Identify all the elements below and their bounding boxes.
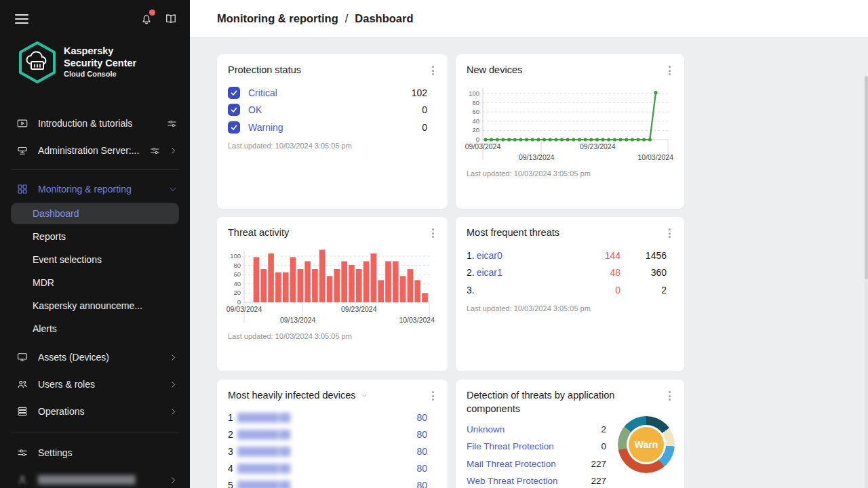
sidebar-item-label: Reports bbox=[33, 231, 66, 242]
sidebar-item-reports[interactable]: Reports bbox=[11, 226, 179, 247]
logo-title-line1: Kaspersky bbox=[64, 45, 136, 58]
sidebar-item-administration-server[interactable]: Administration Server:... bbox=[0, 138, 190, 163]
stack-icon bbox=[16, 405, 28, 418]
status-link[interactable]: Warning bbox=[248, 122, 283, 133]
last-updated: Last updated: 10/03/2024 3:05:05 pm bbox=[467, 304, 673, 312]
checkbox-checked[interactable] bbox=[228, 104, 240, 116]
sidebar-item-operations[interactable]: Operations bbox=[0, 398, 190, 425]
status-row-critical: Critical 102 bbox=[228, 84, 437, 102]
device-name-redacted[interactable]: ████████ ██ bbox=[237, 447, 290, 456]
threat-active-count: 0 bbox=[580, 285, 620, 296]
sidebar-item-label: Settings bbox=[38, 447, 178, 458]
title-dropdown-chevron-icon[interactable] bbox=[361, 390, 368, 402]
sidebar-item-dashboard[interactable]: Dashboard bbox=[11, 203, 179, 224]
account-name-redacted: ███████████████████ bbox=[38, 475, 169, 485]
last-updated: Last updated: 10/03/2024 3:05:05 pm bbox=[228, 332, 437, 340]
device-threat-count[interactable]: 80 bbox=[416, 463, 427, 474]
people-icon bbox=[16, 378, 28, 390]
kebab-menu-icon[interactable] bbox=[666, 389, 673, 403]
svg-text:40: 40 bbox=[472, 117, 479, 125]
device-threat-count[interactable]: 80 bbox=[416, 429, 427, 440]
card-title: Detection of threats by application comp… bbox=[467, 389, 636, 415]
sidebar-item-settings[interactable]: Settings bbox=[0, 439, 190, 466]
sidebar-item-mdr[interactable]: MDR bbox=[11, 272, 179, 293]
donut-ring[interactable]: Warn bbox=[618, 416, 675, 473]
svg-text:09/13/2024: 09/13/2024 bbox=[519, 153, 555, 161]
sidebar-item-assets-devices[interactable]: Assets (Devices) bbox=[0, 344, 190, 371]
status-link[interactable]: Critical bbox=[248, 87, 277, 98]
checkbox-checked[interactable] bbox=[228, 87, 240, 99]
threat-total-count: 360 bbox=[620, 267, 667, 278]
notifications-button[interactable] bbox=[140, 12, 153, 26]
status-value: 0 bbox=[422, 122, 427, 133]
device-name-redacted[interactable]: ████████ ██ bbox=[237, 430, 290, 439]
component-link[interactable]: Unknown bbox=[467, 424, 505, 434]
component-count: 2 bbox=[601, 424, 606, 434]
menu-icon[interactable] bbox=[15, 14, 28, 24]
app-logo: Kaspersky Security Center Cloud Console bbox=[0, 41, 190, 84]
chevron-right-icon bbox=[169, 476, 178, 485]
breadcrumb-section[interactable]: Monitoring & reporting bbox=[217, 12, 338, 25]
device-name-redacted[interactable]: ████████ ██ bbox=[237, 481, 290, 488]
threat-link[interactable]: eicar0 bbox=[477, 250, 502, 261]
sidebar-item-label: MDR bbox=[33, 277, 54, 288]
kebab-menu-icon[interactable] bbox=[666, 226, 673, 240]
component-row: Unknown2 bbox=[467, 421, 610, 438]
threat-active-count: 144 bbox=[580, 250, 620, 261]
sidebar-item-event-selections[interactable]: Event selections bbox=[11, 249, 179, 270]
checkbox-checked[interactable] bbox=[228, 121, 240, 134]
server-icon bbox=[16, 144, 28, 157]
chevron-right-icon bbox=[169, 380, 178, 389]
threat-rank: 2. bbox=[467, 267, 475, 278]
infected-device-row: 3████████ ██80 bbox=[228, 443, 437, 460]
dashboard-grid-icon bbox=[16, 183, 28, 195]
pin-settings-icon[interactable] bbox=[149, 145, 161, 157]
status-value: 0 bbox=[422, 104, 427, 115]
sidebar-item-label: Dashboard bbox=[33, 208, 79, 219]
status-row-ok: OK 0 bbox=[228, 102, 437, 119]
last-updated: Last updated: 10/03/2024 3:05:05 pm bbox=[467, 169, 673, 178]
sidebar-item-monitoring-reporting[interactable]: Monitoring & reporting bbox=[0, 177, 190, 201]
device-threat-count[interactable]: 80 bbox=[416, 446, 427, 457]
device-rank: 2 bbox=[228, 429, 237, 440]
documentation-button[interactable] bbox=[164, 12, 178, 26]
device-name-redacted[interactable]: ████████ ██ bbox=[237, 464, 290, 473]
scrollbar[interactable] bbox=[865, 76, 868, 488]
device-threat-count[interactable]: 80 bbox=[416, 412, 427, 423]
sidebar-item-label: Event selections bbox=[33, 254, 102, 265]
component-link[interactable]: Web Threat Protection bbox=[467, 476, 558, 486]
sidebar-item-alerts[interactable]: Alerts bbox=[11, 318, 179, 340]
status-link[interactable]: OK bbox=[248, 104, 262, 115]
infected-device-row: 2████████ ██80 bbox=[228, 426, 437, 443]
chevron-right-icon bbox=[169, 353, 178, 362]
logo-title-line2: Security Center bbox=[64, 58, 136, 70]
new-devices-line-chart: 02040608010009/03/202409/23/202409/13/20… bbox=[467, 83, 673, 168]
card-most-frequent-threats: Most frequent threats 1. eicar0 144 1456… bbox=[456, 217, 684, 371]
device-name-redacted[interactable]: ████████ ██ bbox=[237, 413, 290, 422]
sidebar-item-account[interactable]: ███████████████████ bbox=[0, 466, 190, 488]
component-link[interactable]: Mail Threat Protection bbox=[467, 459, 556, 469]
card-threat-activity: Threat activity 02040608010009/03/202409… bbox=[217, 217, 448, 371]
kebab-menu-icon[interactable] bbox=[666, 64, 673, 77]
chevron-down-icon bbox=[168, 184, 178, 194]
sidebar-item-users-roles[interactable]: Users & roles bbox=[0, 371, 190, 398]
sidebar-item-label: Monitoring & reporting bbox=[38, 184, 168, 195]
sidebar-item-introduction-tutorials[interactable]: Introduction & tutorials bbox=[0, 111, 190, 136]
component-link[interactable]: File Threat Protection bbox=[467, 441, 554, 451]
threat-link[interactable]: eicar1 bbox=[477, 267, 502, 278]
pin-settings-icon[interactable] bbox=[166, 118, 178, 129]
user-icon bbox=[16, 474, 28, 486]
kebab-menu-icon[interactable] bbox=[429, 64, 437, 77]
sidebar-item-kaspersky-announcements[interactable]: Kaspersky announceme... bbox=[11, 295, 179, 317]
breadcrumb: Monitoring & reporting / Dashboard bbox=[217, 12, 414, 25]
svg-text:09/03/2024: 09/03/2024 bbox=[226, 305, 262, 313]
chevron-right-icon bbox=[169, 146, 178, 155]
device-rank: 3 bbox=[228, 446, 237, 457]
component-row: Web Threat Protection227 bbox=[467, 472, 610, 488]
kebab-menu-icon[interactable] bbox=[429, 389, 437, 403]
svg-text:80: 80 bbox=[472, 99, 479, 106]
svg-text:09/23/2024: 09/23/2024 bbox=[341, 305, 377, 313]
kebab-menu-icon[interactable] bbox=[429, 226, 437, 240]
device-threat-count[interactable]: 80 bbox=[416, 480, 427, 488]
scrollbar-thumb[interactable] bbox=[865, 76, 868, 279]
